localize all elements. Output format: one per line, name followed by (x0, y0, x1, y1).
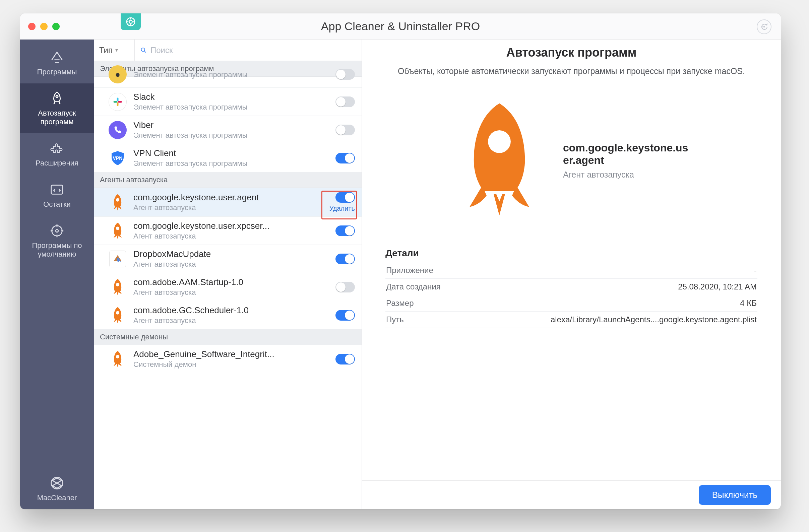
svg-point-6 (52, 226, 62, 236)
enable-toggle[interactable] (335, 310, 355, 321)
enable-toggle[interactable] (335, 354, 355, 365)
svg-point-19 (116, 355, 119, 358)
rocket-icon (108, 306, 127, 324)
item-name: VPN Client (133, 148, 329, 158)
minimize-button[interactable] (40, 23, 48, 30)
detail-row: Путьalexa/Library/LaunchAgents....google… (385, 312, 757, 328)
sidebar-item-startup[interactable]: Автозапуск программ (20, 84, 94, 133)
svg-point-3 (764, 26, 765, 27)
svg-text:VPN: VPN (113, 156, 123, 161)
detail-key: Размер (386, 299, 414, 308)
enable-toggle[interactable] (335, 282, 355, 292)
maccleaner-icon (49, 475, 65, 491)
item-name: Slack (133, 92, 329, 102)
enable-toggle[interactable] (335, 96, 355, 107)
svg-rect-12 (117, 102, 119, 106)
item-name: DropboxMacUpdate (133, 249, 329, 259)
item-name: com.adobe.GC.Scheduler-1.0 (133, 305, 329, 316)
svg-rect-13 (118, 101, 122, 103)
titlebar: App Cleaner & Uninstaller PRO (20, 13, 781, 39)
app-window: App Cleaner & Uninstaller PRO Программы … (20, 13, 781, 509)
sidebar-item-label: Остатки (43, 200, 71, 208)
list-item[interactable]: ViberЭлемент автозапуска программы (94, 116, 362, 144)
rocket-icon (108, 222, 127, 240)
svg-point-18 (116, 311, 119, 314)
sidebar-item-default-apps[interactable]: Программы по умолчанию (20, 216, 94, 266)
list-item[interactable]: com.google.keystone.user.xpcser...Агент … (94, 217, 362, 245)
rocket-icon (108, 350, 127, 368)
svg-point-2 (763, 26, 763, 27)
svg-rect-10 (117, 97, 119, 101)
viber-icon (108, 121, 127, 139)
enable-toggle[interactable] (335, 226, 355, 236)
search-field[interactable] (135, 46, 362, 55)
list-item[interactable]: com.adobe.AAM.Startup-1.0Агент автозапус… (94, 273, 362, 301)
sidebar-item-maccleaner[interactable]: MacCleaner (20, 468, 94, 509)
rocket-large-icon (452, 97, 546, 225)
detail-hero: com.google.keystone.user.agent Агент авт… (385, 97, 757, 225)
sidebar-item-extensions[interactable]: Расширения (20, 133, 94, 175)
item-subtitle: Элемент автозапуска программы (133, 131, 329, 140)
item-subtitle: Системный демон (133, 360, 329, 369)
vpn-icon: VPN (108, 149, 127, 167)
type-filter[interactable]: Тип ▾ (94, 39, 135, 60)
search-icon (140, 47, 147, 54)
svg-point-7 (56, 230, 58, 232)
detail-row: Размер4 КБ (385, 295, 757, 312)
chevron-down-icon: ▾ (115, 47, 118, 53)
item-subtitle: Агент автозапуска (133, 260, 329, 269)
sidebar-item-remains[interactable]: Остатки (20, 175, 94, 216)
svg-point-20 (488, 130, 511, 153)
delete-link[interactable]: Удалить (329, 205, 355, 212)
list-item[interactable]: com.google.keystone.user.agentАгент авто… (94, 188, 362, 217)
item-subtitle: Элемент автозапуска программы (133, 103, 329, 111)
app-icon: ● (108, 65, 127, 84)
close-button[interactable] (28, 23, 36, 30)
list-item[interactable]: SlackЭлемент автозапуска программы (94, 88, 362, 116)
enable-toggle[interactable] (335, 125, 355, 135)
sidebar-item-label: Программы по умолчанию (23, 241, 91, 258)
rocket-icon (108, 193, 127, 211)
detail-panel: Автозапуск программ Объекты, которые авт… (362, 39, 781, 509)
svg-point-1 (129, 20, 132, 23)
detail-key: Дата создания (386, 282, 441, 291)
sidebar-item-label: Расширения (36, 159, 79, 167)
search-input[interactable] (151, 46, 356, 55)
zoom-button[interactable] (52, 23, 59, 30)
list-item[interactable]: com.adobe.GC.Scheduler-1.0Агент автозапу… (94, 301, 362, 329)
type-filter-label: Тип (99, 46, 113, 55)
svg-point-15 (116, 198, 119, 201)
item-subtitle: Элемент автозапуска программы (133, 70, 329, 79)
list-scroll[interactable]: Элементы автозапуска программ●Элемент ав… (94, 61, 362, 509)
svg-point-16 (116, 227, 119, 230)
item-subtitle: Агент автозапуска (133, 232, 329, 241)
item-name: com.adobe.AAM.Startup-1.0 (133, 277, 329, 287)
puzzle-icon (49, 141, 65, 156)
feedback-button[interactable] (757, 19, 772, 34)
enable-toggle[interactable] (335, 69, 355, 80)
support-badge-icon[interactable] (121, 13, 141, 30)
section-header: Агенты автозапуска (94, 172, 362, 188)
enable-toggle[interactable] (335, 254, 355, 264)
svg-point-17 (116, 283, 119, 286)
target-icon (49, 223, 65, 238)
disable-button[interactable]: Выключить (699, 485, 771, 505)
sidebar: Программы Автозапуск программ Расширения… (20, 39, 94, 509)
sidebar-item-apps[interactable]: Программы (20, 42, 94, 84)
detail-heading: Автозапуск программ (385, 46, 757, 60)
rocket-icon (108, 278, 127, 296)
detail-row: Дата создания25.08.2020, 10:21 AM (385, 279, 757, 295)
detail-item-name: com.google.keystone.user.agent (563, 142, 690, 166)
list-item[interactable]: ●Элемент автозапуска программы (94, 65, 362, 88)
item-subtitle: Агент автозапуска (133, 316, 329, 325)
detail-item-kind: Агент автозапуска (563, 170, 690, 180)
enable-toggle[interactable] (335, 153, 355, 163)
list-item[interactable]: DropboxMacUpdateАгент автозапуска (94, 245, 362, 273)
item-subtitle: Агент автозапуска (133, 203, 323, 212)
detail-key: Приложение (386, 266, 433, 275)
section-header: Системные демоны (94, 329, 362, 345)
list-item[interactable]: VPNVPN ClientЭлемент автозапуска програм… (94, 144, 362, 172)
list-toolbar: Тип ▾ (94, 39, 362, 61)
list-item[interactable]: Adobe_Genuine_Software_Integrit...Систем… (94, 345, 362, 373)
enable-toggle[interactable] (335, 192, 355, 203)
